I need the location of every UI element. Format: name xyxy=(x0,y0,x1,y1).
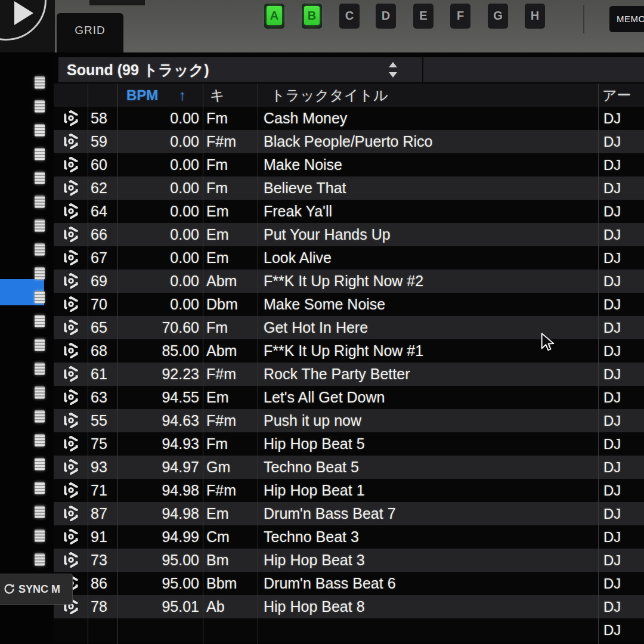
table-row[interactable]: 690.00AbmF**K It Up Right Now #2DJ xyxy=(54,270,644,293)
cell-bpm: 95.00 xyxy=(119,549,199,572)
hotcue-button-h[interactable]: H xyxy=(525,4,545,29)
track-icon xyxy=(63,366,79,382)
cell-artist: DJ xyxy=(603,549,621,572)
cell-title: Freak Ya'll xyxy=(264,200,332,223)
column-header-row: BPM ↑ キ トラックタイトル アー xyxy=(54,83,644,108)
cell-key: F#m xyxy=(206,479,236,502)
column-header-artist[interactable]: アー xyxy=(602,83,631,107)
table-row[interactable]: 620.00FmBelieve ThatDJ xyxy=(54,177,644,200)
cell-key: Gm xyxy=(206,456,230,479)
track-icon xyxy=(63,320,79,335)
playlist-header-bar[interactable]: Sound (99 トラック) xyxy=(58,57,644,82)
playlist-count-badge xyxy=(35,76,45,89)
table-row[interactable]: 6192.23F#mRock The Party BetterDJ xyxy=(54,363,644,386)
track-icon xyxy=(63,110,79,126)
cell-artist: DJ xyxy=(603,502,621,525)
cell-bpm: 85.00 xyxy=(119,339,199,363)
cell-artist: DJ xyxy=(603,130,621,153)
cell-bpm: 94.93 xyxy=(119,432,199,456)
table-row[interactable]: 5594.63F#mPush it up nowDJ xyxy=(54,409,644,432)
cell-artist: DJ xyxy=(603,409,621,432)
track-icon xyxy=(63,529,79,544)
cell-artist: DJ xyxy=(603,432,621,456)
table-row[interactable]: 7594.93FmHip Hop Beat 5DJ xyxy=(54,432,644,456)
sort-toggle-icon[interactable] xyxy=(388,61,398,78)
playlist-count-badge xyxy=(35,553,45,566)
cell-bpm xyxy=(119,618,199,642)
playlist-count-badge xyxy=(35,219,45,232)
hotcue-button-b[interactable]: B xyxy=(302,4,322,29)
top-toolbar: GRID ABCDEFGH MEMO xyxy=(0,0,644,54)
cell-bpm: 0.00 xyxy=(119,107,199,130)
table-row[interactable]: 9394.97GmTechno Beat 5DJ xyxy=(54,456,644,479)
column-divider xyxy=(598,83,599,644)
track-icon xyxy=(63,273,79,289)
playlist-count-badge xyxy=(35,267,45,280)
table-row[interactable]: 8695.00BbmDrum'n Bass Beat 6DJ xyxy=(54,572,644,595)
table-row[interactable]: 8794.98EmDrum'n Bass Beat 7DJ xyxy=(54,502,644,525)
table-row[interactable]: 670.00EmLook AliveDJ xyxy=(54,246,644,270)
cell-bpm: 0.00 xyxy=(119,130,199,153)
track-icon xyxy=(63,413,79,428)
table-row[interactable]: DJ xyxy=(54,618,644,642)
table-row[interactable]: 9194.99CmTechno Beat 3DJ xyxy=(54,525,644,549)
cell-artist: DJ xyxy=(603,386,621,409)
table-row[interactable]: 6394.55EmLet's All Get DownDJ xyxy=(54,386,644,409)
hotcue-letter: F xyxy=(450,4,470,26)
table-row[interactable]: 7395.00BmHip Hop Beat 3DJ xyxy=(54,549,644,572)
sync-master-button[interactable]: SYNC M xyxy=(0,574,73,605)
cell-artist: DJ xyxy=(603,246,621,270)
cell-key: Fm xyxy=(206,316,228,339)
cell-key: Cm xyxy=(206,525,230,549)
memo-button[interactable]: MEMO xyxy=(609,6,644,32)
cell-track-number: 78 xyxy=(91,595,107,618)
hotcue-button-a[interactable]: A xyxy=(264,4,284,29)
playlist-count-badge xyxy=(35,363,45,375)
cell-title: Let's All Get Down xyxy=(264,386,385,409)
table-row[interactable]: 590.00F#mBlack People/Puerto RicoDJ xyxy=(54,130,644,153)
hotcue-button-g[interactable]: G xyxy=(488,4,508,29)
cell-key: Em xyxy=(206,200,229,223)
cell-track-number: 91 xyxy=(91,525,107,549)
cell-artist: DJ xyxy=(603,595,621,618)
cell-bpm: 94.63 xyxy=(119,409,199,432)
column-header-key[interactable]: キ xyxy=(210,83,225,107)
table-row[interactable]: 600.00FmMake NoiseDJ xyxy=(54,153,644,177)
cell-title: Make Some Noise xyxy=(264,293,385,316)
playlist-count-badge xyxy=(35,434,45,447)
cell-bpm: 0.00 xyxy=(119,223,199,246)
column-divider xyxy=(258,83,258,644)
playlist-count-badge xyxy=(35,196,45,208)
mouse-cursor-icon xyxy=(540,333,556,352)
hotcue-button-e[interactable]: E xyxy=(413,4,434,29)
table-row[interactable]: 640.00EmFreak Ya'llDJ xyxy=(54,200,644,223)
hotcue-button-c[interactable]: C xyxy=(339,4,360,29)
cell-track-number: 68 xyxy=(91,339,107,363)
table-row[interactable]: 7895.01AbHip Hop Beat 8DJ xyxy=(54,595,644,618)
table-row[interactable]: 660.00EmPut Your Hands UpDJ xyxy=(54,223,644,246)
cell-artist: DJ xyxy=(603,479,621,502)
cell-key: Bm xyxy=(206,549,229,572)
cell-artist: DJ xyxy=(603,525,621,549)
cell-artist: DJ xyxy=(603,153,621,177)
hotcue-letter: D xyxy=(376,4,396,26)
column-divider xyxy=(203,83,203,644)
cell-title: Techno Beat 5 xyxy=(264,456,359,479)
cell-track-number: 62 xyxy=(91,177,107,200)
cell-track-number: 71 xyxy=(91,479,107,502)
track-icon xyxy=(63,134,79,149)
tab-grid[interactable]: GRID xyxy=(57,13,123,52)
hotcue-button-f[interactable]: F xyxy=(450,4,470,29)
sort-ascending-icon: ↑ xyxy=(179,83,186,107)
playlist-count-badge xyxy=(35,124,45,137)
panel-edge xyxy=(89,0,145,5)
sync-icon xyxy=(3,583,16,595)
hotcue-button-d[interactable]: D xyxy=(376,4,396,29)
table-row[interactable]: 580.00FmCash MoneyDJ xyxy=(54,107,644,130)
column-header-bpm[interactable]: BPM xyxy=(126,83,158,107)
table-row[interactable]: 7194.98F#mHip Hop Beat 1DJ xyxy=(54,479,644,502)
cell-track-number: 93 xyxy=(91,456,107,479)
cell-key: Fm xyxy=(206,177,228,200)
table-row[interactable]: 700.00DbmMake Some NoiseDJ xyxy=(54,293,644,316)
column-header-title[interactable]: トラックタイトル xyxy=(271,83,388,107)
